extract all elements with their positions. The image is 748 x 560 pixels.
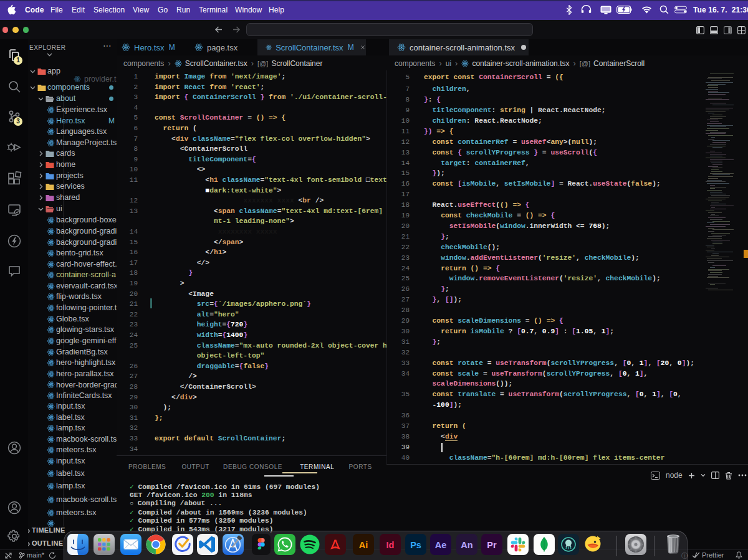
svg-text:Ae: Ae — [435, 540, 447, 550]
svg-text:Id: Id — [386, 540, 395, 550]
svg-text:Ps: Ps — [410, 540, 421, 550]
svg-text:An: An — [461, 540, 472, 550]
svg-text:Pr: Pr — [487, 540, 497, 550]
svg-text:Ai: Ai — [359, 540, 368, 550]
